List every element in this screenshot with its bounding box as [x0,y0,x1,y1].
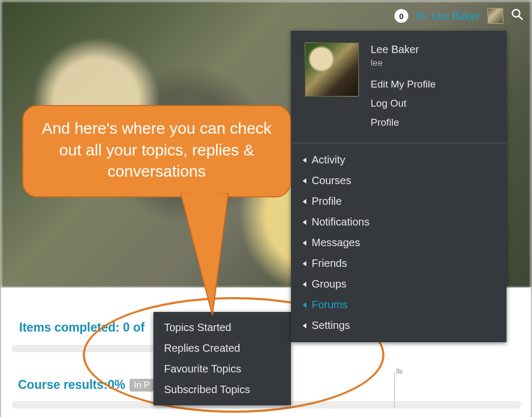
callout-text: And here's where you can check out all y… [42,119,272,180]
submenu-favourite-topics[interactable]: Favourite Topics [153,359,291,379]
chevron-left-icon [303,178,306,184]
chevron-left-icon [303,220,306,225]
menu-label: Courses [312,175,351,187]
chevron-left-icon [303,282,306,287]
chevron-left-icon [303,199,306,204]
items-completed-label: Items completed: 0 of [19,320,144,335]
svg-point-0 [512,10,520,17]
svg-line-1 [519,16,522,20]
dropdown-profile-section: Lee Baker lee Edit My Profile Log Out Pr… [291,31,507,143]
app-stage: Items completed: 0 of Course results:0% … [0,0,532,417]
menu-messages[interactable]: Messages [291,232,507,253]
annotation-callout: And here's where you can check out all y… [22,105,291,197]
menu-activity[interactable]: Activity [291,150,507,170]
flag-icon: ⚑ [394,366,405,380]
menu-label: Messages [312,237,360,249]
submenu-replies-created[interactable]: Replies Created [153,338,291,359]
submenu-subscribed-topics[interactable]: Subscribed Topics [153,379,291,400]
menu-label: Friends [312,257,347,270]
chevron-left-icon [303,240,306,246]
profile-username: lee [371,58,435,68]
menu-courses[interactable]: Courses [291,170,507,191]
chevron-left-icon [303,302,306,308]
profile-info: Lee Baker lee Edit My Profile Log Out Pr… [371,42,435,131]
course-results-label: Course results:0% [18,378,125,392]
menu-label: Groups [312,278,347,290]
user-greeting[interactable]: Hi, Lee Baker [416,10,480,22]
menu-profile[interactable]: Profile [291,191,507,212]
topbar: 0 Hi, Lee Baker [394,1,531,31]
profile-link[interactable]: Profile [371,114,435,131]
menu-label: Forums [312,299,348,311]
avatar-thumb[interactable] [487,8,503,24]
menu-settings[interactable]: Settings [291,315,507,336]
course-results-row: Course results:0% In P [18,378,154,392]
chevron-left-icon [303,323,306,328]
notification-count-badge[interactable]: 0 [394,9,408,23]
edit-profile-link[interactable]: Edit My Profile [371,76,435,93]
svg-marker-2 [181,193,228,315]
menu-notifications[interactable]: Notifications [291,212,507,232]
user-dropdown: Lee Baker lee Edit My Profile Log Out Pr… [291,31,507,342]
search-icon[interactable] [511,8,524,24]
menu-groups[interactable]: Groups [291,274,507,294]
menu-forums[interactable]: Forums [291,294,507,315]
logout-link[interactable]: Log Out [371,95,435,112]
status-badge: In P [130,379,154,392]
forums-submenu: Topics Started Replies Created Favourite… [153,312,291,405]
chevron-left-icon [303,158,306,163]
menu-label: Settings [312,319,350,332]
menu-label: Notifications [312,216,370,228]
dropdown-menu: Activity Courses Profile Notifications M… [291,143,507,342]
menu-label: Activity [312,154,345,166]
menu-label: Profile [312,195,342,207]
chevron-left-icon [303,261,306,266]
profile-name: Lee Baker [371,44,435,56]
items-progress-bar [12,345,155,352]
menu-friends[interactable]: Friends [291,253,507,274]
avatar [305,42,359,97]
